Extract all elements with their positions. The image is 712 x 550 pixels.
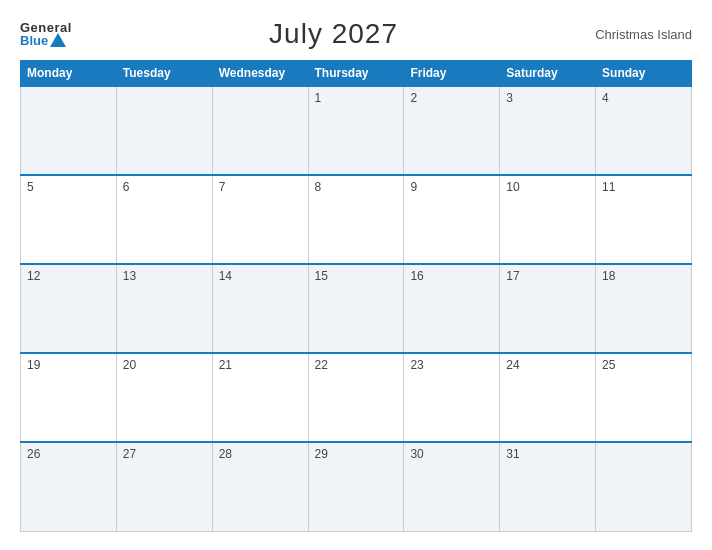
day-header-tuesday: Tuesday bbox=[116, 61, 212, 87]
week-row-3: 12131415161718 bbox=[21, 264, 692, 353]
calendar-cell: 15 bbox=[308, 264, 404, 353]
region-label: Christmas Island bbox=[595, 27, 692, 42]
day-number: 3 bbox=[506, 91, 513, 105]
day-number: 11 bbox=[602, 180, 615, 194]
day-number: 30 bbox=[410, 447, 423, 461]
calendar-cell: 6 bbox=[116, 175, 212, 264]
logo: General Blue bbox=[20, 21, 72, 47]
day-number: 1 bbox=[315, 91, 322, 105]
week-row-4: 19202122232425 bbox=[21, 353, 692, 442]
calendar-body: 1234567891011121314151617181920212223242… bbox=[21, 86, 692, 532]
day-number: 16 bbox=[410, 269, 423, 283]
day-header-monday: Monday bbox=[21, 61, 117, 87]
calendar-cell: 22 bbox=[308, 353, 404, 442]
logo-blue-text: Blue bbox=[20, 34, 66, 47]
calendar-cell: 5 bbox=[21, 175, 117, 264]
calendar-cell: 19 bbox=[21, 353, 117, 442]
day-header-thursday: Thursday bbox=[308, 61, 404, 87]
day-number: 28 bbox=[219, 447, 232, 461]
calendar-cell: 10 bbox=[500, 175, 596, 264]
calendar-cell: 20 bbox=[116, 353, 212, 442]
calendar-cell: 7 bbox=[212, 175, 308, 264]
calendar-cell: 8 bbox=[308, 175, 404, 264]
day-number: 18 bbox=[602, 269, 615, 283]
calendar-cell: 12 bbox=[21, 264, 117, 353]
calendar-cell: 25 bbox=[596, 353, 692, 442]
week-row-2: 567891011 bbox=[21, 175, 692, 264]
page-header: General Blue July 2027 Christmas Island bbox=[20, 18, 692, 50]
calendar-cell: 4 bbox=[596, 86, 692, 175]
calendar-cell bbox=[116, 86, 212, 175]
day-number: 4 bbox=[602, 91, 609, 105]
day-number: 20 bbox=[123, 358, 136, 372]
day-header-saturday: Saturday bbox=[500, 61, 596, 87]
calendar-cell: 9 bbox=[404, 175, 500, 264]
calendar-cell bbox=[596, 442, 692, 531]
calendar-cell: 24 bbox=[500, 353, 596, 442]
day-number: 8 bbox=[315, 180, 322, 194]
week-row-1: 1234 bbox=[21, 86, 692, 175]
calendar-cell: 18 bbox=[596, 264, 692, 353]
day-number: 29 bbox=[315, 447, 328, 461]
calendar-cell: 13 bbox=[116, 264, 212, 353]
day-number: 6 bbox=[123, 180, 130, 194]
day-number: 7 bbox=[219, 180, 226, 194]
day-number: 17 bbox=[506, 269, 519, 283]
day-number: 21 bbox=[219, 358, 232, 372]
calendar-cell: 3 bbox=[500, 86, 596, 175]
day-number: 27 bbox=[123, 447, 136, 461]
day-number: 23 bbox=[410, 358, 423, 372]
calendar-header: MondayTuesdayWednesdayThursdayFridaySatu… bbox=[21, 61, 692, 87]
day-number: 26 bbox=[27, 447, 40, 461]
logo-triangle-icon bbox=[50, 33, 66, 47]
calendar-cell: 28 bbox=[212, 442, 308, 531]
days-of-week-row: MondayTuesdayWednesdayThursdayFridaySatu… bbox=[21, 61, 692, 87]
week-row-5: 262728293031 bbox=[21, 442, 692, 531]
calendar-cell: 31 bbox=[500, 442, 596, 531]
calendar-cell: 1 bbox=[308, 86, 404, 175]
calendar-cell: 2 bbox=[404, 86, 500, 175]
calendar-cell: 16 bbox=[404, 264, 500, 353]
day-number: 10 bbox=[506, 180, 519, 194]
calendar-cell: 21 bbox=[212, 353, 308, 442]
day-number: 24 bbox=[506, 358, 519, 372]
calendar-cell: 30 bbox=[404, 442, 500, 531]
day-number: 19 bbox=[27, 358, 40, 372]
calendar-cell: 29 bbox=[308, 442, 404, 531]
day-number: 31 bbox=[506, 447, 519, 461]
day-number: 9 bbox=[410, 180, 417, 194]
day-number: 13 bbox=[123, 269, 136, 283]
day-number: 5 bbox=[27, 180, 34, 194]
day-number: 14 bbox=[219, 269, 232, 283]
calendar-cell: 26 bbox=[21, 442, 117, 531]
calendar-cell bbox=[21, 86, 117, 175]
day-number: 2 bbox=[410, 91, 417, 105]
calendar-title: July 2027 bbox=[269, 18, 398, 50]
day-number: 25 bbox=[602, 358, 615, 372]
day-header-friday: Friday bbox=[404, 61, 500, 87]
calendar-cell: 17 bbox=[500, 264, 596, 353]
day-number: 22 bbox=[315, 358, 328, 372]
day-header-wednesday: Wednesday bbox=[212, 61, 308, 87]
calendar-table: MondayTuesdayWednesdayThursdayFridaySatu… bbox=[20, 60, 692, 532]
calendar-cell: 27 bbox=[116, 442, 212, 531]
calendar-cell bbox=[212, 86, 308, 175]
day-header-sunday: Sunday bbox=[596, 61, 692, 87]
calendar-cell: 11 bbox=[596, 175, 692, 264]
day-number: 15 bbox=[315, 269, 328, 283]
day-number: 12 bbox=[27, 269, 40, 283]
calendar-cell: 23 bbox=[404, 353, 500, 442]
calendar-cell: 14 bbox=[212, 264, 308, 353]
